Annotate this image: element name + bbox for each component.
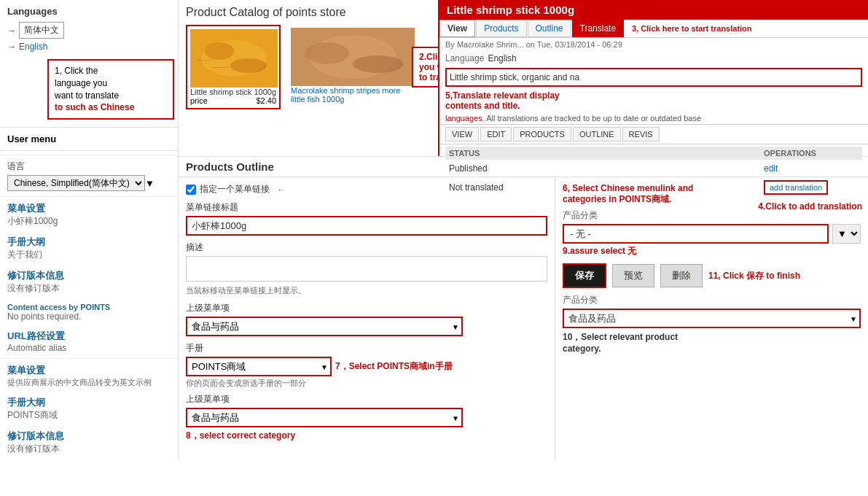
desc-group: 摘述 当鼠标移动至菜单链接上时显示。 — [186, 241, 547, 296]
lang-simplified[interactable]: → 简体中文 — [7, 20, 171, 40]
sidebar-revision-info[interactable]: 修订版本信息 没有修订版本 — [0, 266, 178, 298]
revision-info-2-title[interactable]: 修订版本信息 — [7, 430, 171, 443]
lang-arrow-english-icon: → — [7, 42, 16, 52]
tab-products[interactable]: Products — [476, 20, 526, 37]
lang-select-arrow: ▼ — [145, 178, 155, 189]
lang-arrow-icon: → — [7, 26, 16, 36]
step2-text2: to translate. — [419, 72, 438, 82]
tab-view[interactable]: View — [439, 20, 475, 37]
step11-annotation: 11, Click 保存 to finish — [708, 270, 800, 282]
menu-settings-1-sub: 小虾棒1000g — [7, 215, 171, 228]
product-desc-text: Little shrimp stick, organic and na — [450, 72, 579, 82]
step1-bold: to such as Chinese — [55, 102, 134, 112]
menu-link-input[interactable] — [186, 216, 547, 236]
checkbox-row: 指定一个菜单链接 ← — [186, 183, 547, 195]
save-button[interactable]: 保存 — [563, 263, 606, 288]
menu-link-checkbox[interactable] — [186, 185, 196, 195]
step5-text: 5,Translate relevant display — [445, 90, 862, 101]
handbook-label: 手册 — [186, 342, 547, 354]
delete-button[interactable]: 删除 — [660, 264, 703, 287]
product-image-svg-1: ~~~~~ ~~~~~ — [190, 29, 278, 88]
desc-hint: 当鼠标移动至菜单链接上时显示。 — [186, 285, 547, 296]
category1-select[interactable]: ▼ — [832, 224, 861, 244]
products-outline-label: Products Outline — [179, 157, 868, 177]
sidebar-content-access[interactable]: Content access by POINTS No points requi… — [0, 300, 178, 325]
desc-textarea[interactable] — [186, 256, 547, 282]
svg-point-9 — [353, 55, 404, 73]
menu-link-group: 菜单链接标题 — [186, 201, 547, 236]
product-catalog: Product Catalog of points store — [179, 0, 438, 156]
handbook-outline-title[interactable]: 手册大纲 — [7, 236, 171, 249]
parent-menu-group: 上级菜单项 食品与药品 ▼ — [186, 302, 547, 336]
step6-text2a: categories in — [563, 194, 619, 204]
svg-point-8 — [305, 42, 349, 64]
product-name-2: Macrolake shrimp stripes more little fis… — [291, 86, 416, 104]
product-card-1[interactable]: ~~~~~ ~~~~~ Little shrimp stick 1000g pr… — [186, 25, 281, 109]
revision-info-title[interactable]: 修订版本信息 — [7, 269, 171, 282]
url-settings-title[interactable]: URL路径设置 — [7, 330, 171, 343]
product-name-1: Little shrimp stick 1000g price $2.40 — [190, 88, 276, 105]
product-image-2 — [291, 28, 415, 86]
action-edit[interactable]: EDIT — [480, 127, 512, 142]
lang-simplified-label[interactable]: 简体中文 — [19, 22, 64, 39]
lang-select[interactable]: Chinese, Simplified(简体中文) — [7, 175, 145, 191]
step1-num: 1, Click the — [55, 66, 98, 76]
lang-note-link[interactable]: languages. — [445, 114, 485, 123]
handbook-outline-2-title[interactable]: 手册大纲 — [7, 396, 171, 409]
step10-text2: category. — [563, 344, 861, 354]
category2-label: 产品分类 — [563, 294, 861, 306]
svg-point-3 — [230, 58, 267, 73]
step6-annotation: 6, Select Chinese menulink and categorie… — [563, 183, 861, 206]
step2-text: 2.Click product display you want — [419, 52, 438, 72]
category1-input[interactable] — [563, 224, 829, 244]
parent-menu-group-2: 上级菜单项 食品与药品 ▼ 8，select correct category — [186, 393, 547, 442]
product-desc-box: Little shrimp stick, organic and na — [445, 68, 862, 87]
sidebar-menu-settings-1[interactable]: 菜单设置 小虾棒1000g — [0, 199, 178, 230]
parent-menu-label: 上级菜单项 — [186, 302, 547, 314]
product-right-section: 6, Select Chinese menulink and categorie… — [555, 177, 868, 460]
action-view[interactable]: VIEW — [445, 127, 479, 142]
checkbox-arrow: ← — [277, 185, 285, 194]
lang-english[interactable]: → English — [7, 40, 171, 53]
product-card-2[interactable]: Macrolake shrimp stripes more little fis… — [288, 25, 419, 109]
action-products[interactable]: PRODUCTS — [513, 127, 571, 142]
menu-settings-2-sub: 提供应商展示的中文商品转变为英文示例 — [7, 377, 171, 388]
action-outline[interactable]: OUTLINE — [573, 127, 621, 142]
menu-settings-2-title[interactable]: 菜单设置 — [7, 364, 171, 377]
lang-english-label: English — [19, 42, 47, 52]
handbook-hint: 你的页面会变成所选手册的一部分 — [186, 378, 547, 389]
product-tabs: View Products Outline Translate 3, Click… — [439, 20, 868, 38]
step6-text2b: POINTS商域. — [619, 194, 671, 204]
parent-menu-select-2[interactable]: 食品与药品 — [186, 408, 463, 427]
revision-info-2-sub: 没有修订版本 — [7, 443, 171, 455]
desc-label: 摘述 — [186, 241, 547, 254]
step10-annotation: 10，Select relevant product category. — [563, 331, 861, 354]
sidebar-menu-settings-2[interactable]: 菜单设置 提供应商展示的中文商品转变为英文示例 — [0, 361, 178, 391]
tab-translate[interactable]: Translate — [572, 20, 625, 37]
handbook-group: 手册 POINTS商域 ▼ 7，Select POINTS商域in手册 你的页面… — [186, 342, 547, 389]
form-section: 指定一个菜单链接 ← 菜单链接标题 摘述 当鼠标移动至菜单链接上时显示。 — [179, 177, 555, 460]
action-revisions[interactable]: REVIS — [622, 127, 660, 142]
sidebar-handbook-outline-2[interactable]: 手册大纲 POINTS商域 — [0, 393, 178, 425]
step8-annotation: 8，select correct category — [186, 430, 547, 442]
menu-link-label: 菜单链接标题 — [186, 201, 547, 214]
sidebar-url-settings[interactable]: URL路径设置 Automatic alias — [0, 327, 178, 356]
category2-select[interactable]: 食品及药品 — [563, 309, 861, 328]
product-meta: By Macrolake Shrim... on Tue, 03/18/2014… — [439, 38, 868, 51]
tab-outline[interactable]: Outline — [528, 20, 571, 37]
product-image-svg-2 — [291, 28, 415, 86]
checkbox-label: 指定一个菜单链接 — [200, 183, 270, 195]
content-access-title[interactable]: Content access by POINTS — [7, 303, 171, 311]
step6-text2: categories in POINTS商域. — [563, 193, 861, 206]
parent-menu-select[interactable]: 食品与药品 — [186, 317, 463, 336]
preview-button[interactable]: 预览 — [612, 264, 654, 287]
step1-annotation: 1, Click the language you want to transl… — [47, 59, 174, 120]
sidebar-handbook-outline[interactable]: 手册大纲 关于我们 — [0, 233, 178, 264]
handbook-select[interactable]: POINTS商域 — [186, 357, 332, 376]
url-settings-sub: Automatic alias — [7, 343, 171, 353]
sidebar-revision-info-2[interactable]: 修订版本信息 没有修订版本 — [0, 427, 178, 458]
bottom-row: 指定一个菜单链接 ← 菜单链接标题 摘述 当鼠标移动至菜单链接上时显示。 — [179, 177, 868, 460]
step7-annotation: 7，Select POINTS商域in手册 — [335, 360, 453, 373]
menu-settings-1-title[interactable]: 菜单设置 — [7, 202, 171, 215]
lang-note-text: All translations are tracked to be up to… — [486, 114, 701, 123]
